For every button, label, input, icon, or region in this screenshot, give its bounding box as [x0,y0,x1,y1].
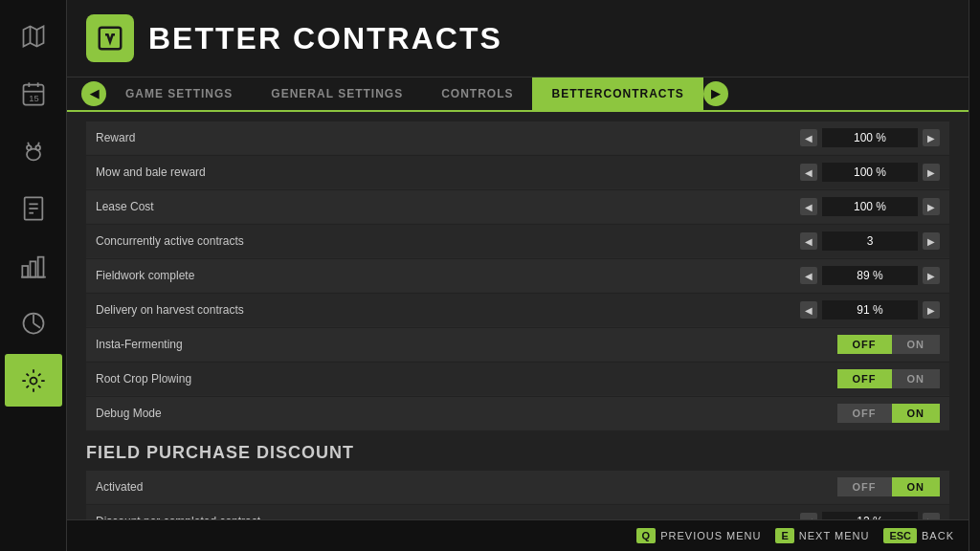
svg-rect-18 [37,256,43,276]
tab-left-arrow[interactable]: ◀ [81,81,106,106]
previous-menu-button[interactable]: Q PREVIOUS MENU [636,528,762,543]
main-panel: BETTER CONTRACTS ◀ GAME SETTINGS GENERAL… [67,0,969,551]
setting-label-fieldwork: Fieldwork complete [96,269,194,282]
setting-delivery-harvest: Delivery on harvest contracts ◀ 91 % ▶ [86,294,949,327]
svg-rect-16 [22,266,28,277]
setting-control-lease-cost: ◀ 100 % ▶ [800,197,940,216]
sidebar-item-contracts[interactable] [5,182,62,234]
discount-contract-value: 12 % [822,512,918,519]
root-crop-toggle: OFF ON [837,369,941,388]
svg-point-9 [35,145,40,150]
previous-menu-label: PREVIOUS MENU [660,530,761,541]
next-menu-button[interactable]: E NEXT MENU [775,528,869,543]
setting-label-root-crop: Root Crop Plowing [96,372,191,386]
delivery-value: 91 % [822,300,918,320]
tab-right-arrow[interactable]: ▶ [703,81,728,106]
delivery-decrease[interactable]: ◀ [800,301,817,319]
delivery-increase[interactable]: ▶ [923,301,940,319]
setting-control-discount-contract: ◀ 12 % ▶ [800,512,940,519]
tab-better-contracts[interactable]: BetterContracts [532,77,702,110]
sidebar-item-production[interactable] [5,239,62,292]
setting-insta-fermenting: Insta-Fermenting OFF ON [86,328,949,362]
setting-reward: Reward ◀ 100 % ▶ [86,121,949,155]
setting-control-fieldwork: ◀ 89 % ▶ [800,266,940,285]
setting-fieldwork: Fieldwork complete ◀ 89 % ▶ [86,259,949,293]
tab-bar: ◀ GAME SETTINGS GENERAL SETTINGS CONTROL… [67,77,969,112]
setting-label-activated: Activated [96,480,143,494]
sidebar-item-mods[interactable] [5,354,62,407]
reward-decrease[interactable]: ◀ [800,129,817,146]
setting-label-lease-cost: Lease Cost [96,200,154,213]
mow-bale-value: 100 % [822,163,918,182]
concurrent-increase[interactable]: ▶ [923,232,940,250]
debug-off[interactable]: OFF [837,404,892,423]
svg-text:15: 15 [29,94,38,103]
svg-line-10 [28,142,29,145]
setting-mow-bale: Mow and bale reward ◀ 100 % ▶ [86,156,949,189]
tab-general-settings[interactable]: GENERAL SETTINGS [252,77,422,110]
setting-label-concurrent: Concurrently active contracts [96,234,244,248]
back-label: BACK [922,530,954,541]
insta-fermenting-off[interactable]: OFF [837,335,892,354]
setting-discount-per-contract: Discount per completed contract ◀ 12 % ▶ [86,505,949,519]
root-crop-on[interactable]: ON [892,369,941,388]
settings-content: Reward ◀ 100 % ▶ Mow and bale reward ◀ 1… [67,112,969,519]
svg-point-8 [27,145,32,150]
activated-on[interactable]: ON [892,477,941,496]
setting-root-crop-plowing: Root Crop Plowing OFF ON [86,363,949,396]
setting-label-reward: Reward [96,131,135,144]
setting-control-reward: ◀ 100 % ▶ [800,128,940,147]
setting-lease-cost: Lease Cost ◀ 100 % ▶ [86,190,949,224]
sidebar-item-stats[interactable] [5,297,62,349]
page-title: BETTER CONTRACTS [148,21,502,56]
back-button[interactable]: ESC BACK [883,528,954,543]
fieldwork-value: 89 % [822,266,918,285]
scrollbar-right [969,0,980,551]
lease-cost-value: 100 % [822,197,918,216]
lease-cost-increase[interactable]: ▶ [923,198,940,215]
mow-bale-decrease[interactable]: ◀ [800,164,817,181]
lease-cost-decrease[interactable]: ◀ [800,198,817,215]
mod-icon [86,14,134,62]
next-menu-label: NEXT MENU [799,530,870,541]
previous-menu-key: Q [636,528,657,543]
setting-control-mow-bale: ◀ 100 % ▶ [800,163,940,182]
sidebar-item-map[interactable] [5,10,62,62]
insta-fermenting-on[interactable]: ON [892,335,941,354]
tab-game-settings[interactable]: GAME SETTINGS [106,77,252,110]
concurrent-value: 3 [822,231,918,251]
discount-contract-increase[interactable]: ▶ [923,513,940,519]
concurrent-decrease[interactable]: ◀ [800,232,817,250]
setting-label-mow-bale: Mow and bale reward [96,165,206,179]
reward-value: 100 % [822,128,918,147]
fieldwork-decrease[interactable]: ◀ [800,267,817,284]
sidebar: 15 [0,0,67,551]
tab-controls[interactable]: CONTROLS [422,77,532,110]
setting-label-debug: Debug Mode [96,407,162,420]
discount-contract-decrease[interactable]: ◀ [800,513,817,519]
mow-bale-increase[interactable]: ▶ [923,164,940,181]
bottom-bar: Q PREVIOUS MENU E NEXT MENU ESC BACK [67,519,969,551]
debug-on[interactable]: ON [892,404,941,423]
svg-point-23 [30,377,36,384]
field-purchase-heading: FIELD PURCHASE DISCOUNT [86,431,949,471]
fieldwork-increase[interactable]: ▶ [923,267,940,284]
svg-rect-17 [30,261,35,276]
activated-toggle: OFF ON [837,477,941,496]
setting-concurrent-contracts: Concurrently active contracts ◀ 3 ▶ [86,225,949,258]
back-key: ESC [883,528,917,543]
setting-activated: Activated OFF ON [86,471,949,504]
reward-increase[interactable]: ▶ [923,129,940,146]
activated-off[interactable]: OFF [837,477,892,496]
setting-label-insta-fermenting: Insta-Fermenting [96,338,183,351]
sidebar-item-calendar[interactable]: 15 [5,67,62,120]
setting-control-delivery: ◀ 91 % ▶ [800,300,940,320]
setting-label-delivery: Delivery on harvest contracts [96,303,244,317]
sidebar-item-animals[interactable] [5,124,62,177]
svg-line-11 [37,142,38,145]
setting-debug-mode: Debug Mode OFF ON [86,397,949,430]
next-menu-key: E [775,528,793,543]
header: BETTER CONTRACTS [67,0,969,77]
insta-fermenting-toggle: OFF ON [837,335,941,354]
root-crop-off[interactable]: OFF [837,369,892,388]
